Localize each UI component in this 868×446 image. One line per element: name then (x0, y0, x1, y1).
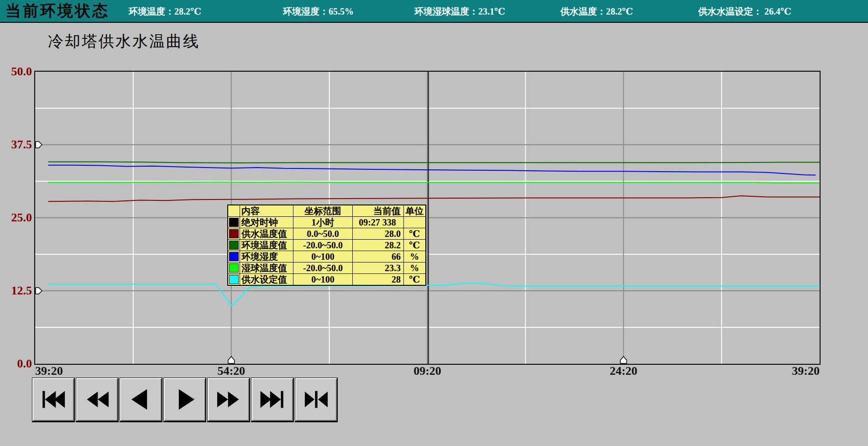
x-tick-label: 24:20 (596, 365, 651, 378)
x-tick-label: 09:20 (400, 365, 455, 378)
legend-header: 内容 (240, 205, 293, 217)
legend-swatch-cell (228, 251, 240, 262)
legend-header: 当前值 (353, 205, 404, 217)
series-color-swatch (229, 241, 239, 250)
y-tick-label: 37.5 (0, 138, 32, 152)
legend-table: 内容坐标范围当前值单位绝对时钟1小时09:27 338供水温度值0.0~50.0… (227, 205, 426, 286)
double-right-bar-icon (257, 384, 288, 415)
readout-环境湿度: 环境湿度：65.5% (283, 0, 354, 22)
legend-swatch-cell (228, 217, 240, 228)
series-color-swatch (229, 263, 239, 273)
series-环境温度值 (48, 162, 820, 163)
y-tick-label: 25.0 (0, 211, 32, 225)
series-供水温度值 (48, 196, 820, 201)
x-tick-label: 39:20 (35, 365, 63, 378)
legend-row: 绝对时钟1小时09:27 338 (228, 217, 426, 228)
series-color-swatch (229, 252, 239, 261)
legend-swatch-cell (228, 240, 240, 251)
legend-swatch-cell (228, 274, 240, 286)
legend-cell: 0~100 (293, 274, 353, 286)
y-scale-marker[interactable] (36, 142, 42, 148)
legend-cell: ℃ (404, 274, 426, 286)
legend-cell: ℃ (404, 240, 426, 251)
legend-cell: 23.3 (353, 262, 404, 274)
legend-cell: 09:27 338 (353, 217, 404, 228)
legend-cell: 湿球温度值 (240, 262, 293, 274)
step-forward-button[interactable] (163, 378, 206, 422)
fast-rewind-button[interactable] (76, 378, 119, 422)
series-color-swatch (229, 229, 239, 238)
skip-to-end-button[interactable] (251, 378, 294, 422)
readout-供水水温设定: 供水水温设定： 26.4℃ (698, 0, 791, 22)
x-scale-marker[interactable] (620, 357, 627, 363)
legend-cell: 0.0~50.0 (293, 228, 353, 240)
y-tick-label: 12.5 (0, 284, 32, 298)
legend-cell: 供水温度值 (240, 228, 293, 240)
legend-cell (404, 217, 426, 228)
x-tick-label: 39:20 (784, 365, 820, 378)
readout-环境湿球温度: 环境湿球温度：23.1℃ (414, 0, 505, 22)
skip-to-start-button[interactable] (32, 378, 75, 422)
y-scale-marker[interactable] (36, 288, 42, 294)
legend-cell: % (404, 262, 426, 274)
legend-header-row: 内容坐标范围当前值单位 (228, 205, 426, 217)
legend-header: 坐标范围 (293, 205, 353, 217)
legend-cell: 供水设定值 (240, 274, 293, 286)
legend-row: 环境湿度0~10066% (228, 251, 426, 262)
legend-cell: -20.0~50.0 (293, 262, 353, 274)
readout-环境温度: 环境温度：28.2℃ (129, 0, 201, 22)
x-scale-marker[interactable] (228, 357, 235, 363)
legend-cell: 28.0 (353, 228, 404, 240)
left-icon (126, 384, 156, 415)
series-环境湿度 (48, 165, 816, 175)
x-tick-label: 54:20 (204, 365, 259, 378)
step-back-button[interactable] (120, 378, 162, 422)
legend-cell: 28.2 (353, 240, 404, 251)
right-bar-left-icon (301, 384, 331, 415)
y-tick-label: 50.0 (0, 65, 32, 79)
legend-cell: 1小时 (293, 217, 353, 228)
trend-canvas (35, 72, 820, 364)
status-bar-title: 当前环境状态 (5, 0, 110, 22)
y-tick-label: 0.0 (0, 357, 32, 371)
legend-cell: 28 (353, 274, 404, 286)
double-left-icon (82, 384, 112, 415)
legend-row: 环境温度值-20.0~50.028.2℃ (228, 240, 426, 251)
fast-forward-button[interactable] (207, 378, 250, 422)
legend-cell: 66 (353, 251, 404, 262)
page-title: 冷却塔供水水温曲线 (48, 31, 200, 52)
go-to-current-button[interactable] (295, 378, 338, 422)
legend-swatch-cell (228, 205, 240, 217)
legend-row: 湿球温度值-20.0~50.023.3% (228, 262, 426, 274)
legend-header: 单位 (404, 205, 426, 217)
legend-cell: 环境湿度 (240, 251, 293, 262)
bar-double-left-icon (38, 384, 68, 415)
playback-controls (32, 378, 338, 422)
series-color-swatch (229, 275, 239, 284)
legend-cell: 环境温度值 (240, 240, 293, 251)
legend-cell: 0~100 (293, 251, 353, 262)
trend-plot[interactable] (34, 71, 821, 365)
legend-cell: % (404, 251, 426, 262)
series-供水设定值 (48, 283, 820, 305)
legend-cell: ℃ (404, 228, 426, 240)
right-icon (170, 384, 200, 415)
legend-row: 供水温度值0.0~50.028.0℃ (228, 228, 426, 240)
readout-供水温度: 供水温度：28.2℃ (560, 0, 633, 22)
legend-cell: -20.0~50.0 (293, 240, 353, 251)
series-湿球温度值 (48, 182, 820, 183)
legend-swatch-cell (228, 228, 240, 240)
legend-swatch-cell (228, 262, 240, 274)
legend-cell: 绝对时钟 (240, 217, 293, 228)
series-color-swatch (229, 218, 239, 227)
hmi-screen: 当前环境状态 环境温度：28.2℃环境湿度：65.5%环境湿球温度：23.1℃供… (0, 0, 868, 446)
legend-row: 供水设定值0~10028℃ (228, 274, 426, 286)
status-bar: 当前环境状态 环境温度：28.2℃环境湿度：65.5%环境湿球温度：23.1℃供… (0, 0, 868, 23)
double-right-icon (214, 384, 244, 415)
